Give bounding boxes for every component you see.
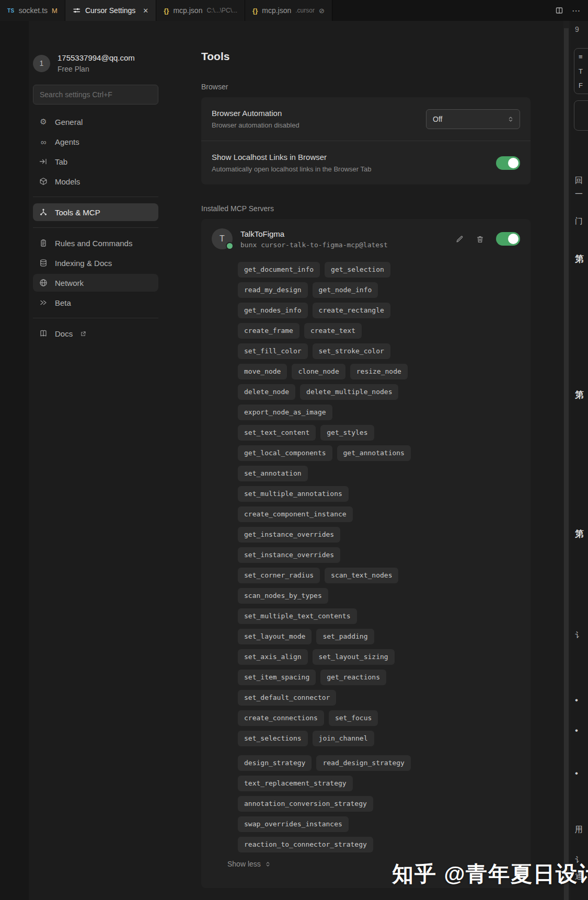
- tool-tag[interactable]: annotation_conversion_strategy: [238, 796, 373, 812]
- editor-tab-bar: TS socket.ts M Cursor Settings ✕ {} mcp.…: [0, 0, 588, 21]
- tool-tag[interactable]: get_selection: [325, 262, 390, 278]
- tool-tag[interactable]: get_reactions: [320, 670, 386, 685]
- tool-tag[interactable]: text_replacement_strategy: [238, 776, 353, 791]
- sidebar-item-tools-mcp[interactable]: Tools & MCP: [33, 203, 158, 221]
- sidebar-item-network[interactable]: Network: [33, 274, 158, 292]
- sidebar-item-docs[interactable]: Docs: [33, 325, 158, 342]
- vertical-scrollbar[interactable]: [563, 21, 569, 900]
- tool-tag-row: set_fill_colorset_stroke_color: [238, 343, 520, 359]
- clipped-text-fragment: •: [575, 768, 578, 779]
- browser-automation-row: Browser Automation Browser automation di…: [201, 97, 531, 141]
- tool-tag[interactable]: create_rectangle: [313, 303, 390, 318]
- tool-tag[interactable]: resize_node: [350, 364, 408, 379]
- right-panel-box: ≡ T F: [574, 48, 588, 94]
- tool-tag[interactable]: get_node_info: [313, 282, 378, 298]
- tool-tag[interactable]: set_annotation: [238, 466, 308, 481]
- sidebar-item-agents[interactable]: ∞ Agents: [33, 133, 158, 151]
- avatar: 1: [33, 55, 50, 72]
- tool-tag[interactable]: join_channel: [313, 731, 374, 746]
- tool-tag[interactable]: create_connections: [238, 710, 324, 726]
- sidebar-item-indexing-docs[interactable]: Indexing & Docs: [33, 254, 158, 272]
- sidebar-item-beta[interactable]: Beta: [33, 294, 158, 311]
- sidebar-item-general[interactable]: ⚙ General: [33, 113, 158, 131]
- tool-tag[interactable]: scan_text_nodes: [325, 568, 398, 583]
- tool-tag[interactable]: create_frame: [238, 323, 299, 339]
- external-link-icon: [80, 330, 87, 337]
- tool-tag[interactable]: create_text: [304, 323, 362, 339]
- tool-tag[interactable]: export_node_as_image: [238, 405, 332, 420]
- tool-tag[interactable]: set_text_content: [238, 425, 316, 441]
- tool-tag-group: get_document_infoget_selectionread_my_de…: [238, 262, 520, 746]
- tool-tag[interactable]: delete_multiple_nodes: [300, 384, 398, 400]
- delete-trash-icon[interactable]: [476, 235, 485, 244]
- tool-tag[interactable]: delete_node: [238, 384, 295, 400]
- divider: [33, 318, 158, 318]
- tool-tag[interactable]: set_default_connector: [238, 690, 336, 706]
- tool-tag[interactable]: set_axis_align: [238, 649, 308, 665]
- tool-tag[interactable]: swap_overrides_instances: [238, 816, 349, 832]
- more-actions-icon[interactable]: ⋯: [572, 6, 581, 16]
- tool-tag[interactable]: design_strategy: [238, 755, 312, 771]
- search-input[interactable]: [33, 85, 158, 105]
- tool-tag[interactable]: move_node: [238, 364, 287, 379]
- tool-tag[interactable]: create_component_instance: [238, 506, 353, 522]
- sidebar-item-models[interactable]: Models: [33, 172, 158, 190]
- cursor-window: TS socket.ts M Cursor Settings ✕ {} mcp.…: [0, 0, 588, 900]
- tool-tag[interactable]: set_multiple_text_contents: [238, 608, 357, 624]
- tool-tag[interactable]: read_design_strategy: [316, 755, 411, 771]
- tool-tag[interactable]: read_my_design: [238, 282, 308, 298]
- close-icon[interactable]: ✕: [143, 7, 148, 15]
- watermark: 知乎 @青年夏日设计师: [392, 860, 588, 889]
- tool-tag[interactable]: get_instance_overrides: [238, 527, 340, 543]
- tool-tag-row: set_default_connector: [238, 690, 520, 706]
- server-command: bunx cursor-talk-to-figma-mcp@latest: [240, 241, 388, 249]
- tool-tag[interactable]: set_multiple_annotations: [238, 486, 349, 502]
- server-enabled-toggle[interactable]: [496, 232, 520, 246]
- tool-tag[interactable]: set_fill_color: [238, 343, 308, 359]
- tab-socket-ts[interactable]: TS socket.ts M: [0, 0, 65, 21]
- tool-tag[interactable]: get_nodes_info: [238, 303, 308, 318]
- account-email: 1755337994@qq.com: [57, 53, 135, 62]
- scrollbar-thumb[interactable]: [564, 28, 569, 900]
- sidebar-item-tab[interactable]: Tab: [33, 153, 158, 170]
- edit-pencil-icon[interactable]: [455, 235, 464, 244]
- clipped-text-fragment: •: [575, 695, 578, 706]
- tool-tag[interactable]: get_styles: [320, 425, 374, 441]
- tool-tag[interactable]: set_instance_overrides: [238, 547, 340, 563]
- localhost-links-toggle[interactable]: [496, 156, 520, 170]
- tab-mcp-json-2[interactable]: {} mcp.json .cursor ⊘: [245, 0, 332, 21]
- tool-tag[interactable]: set_stroke_color: [313, 343, 390, 359]
- tool-tag[interactable]: set_layout_sizing: [313, 649, 395, 665]
- tool-tag[interactable]: clone_node: [292, 364, 345, 379]
- tool-tag[interactable]: set_focus: [329, 710, 378, 726]
- tab-path-detail: C:\...\PC\...: [206, 7, 237, 14]
- tool-tag[interactable]: set_layout_mode: [238, 629, 312, 644]
- tab-mcp-json-1[interactable]: {} mcp.json C:\...\PC\...: [156, 0, 245, 21]
- tool-tag[interactable]: set_item_spacing: [238, 670, 316, 685]
- browser-section-label: Browser: [201, 83, 531, 91]
- clipped-text-fragment: 第: [575, 389, 584, 401]
- split-editor-icon[interactable]: [555, 6, 563, 15]
- server-avatar-initial: T: [220, 234, 225, 244]
- tab-cursor-settings[interactable]: Cursor Settings ✕: [65, 0, 156, 21]
- sidebar-item-rules-commands[interactable]: Rules and Commands: [33, 234, 158, 252]
- tool-tag[interactable]: get_document_info: [238, 262, 320, 278]
- sidebar-item-label: Indexing & Docs: [55, 259, 112, 268]
- show-less-label: Show less: [227, 860, 261, 868]
- tool-tag[interactable]: set_selections: [238, 731, 308, 746]
- setting-title: Show Localhost Links in Browser: [212, 153, 371, 161]
- toggle-knob: [508, 158, 518, 168]
- tool-tag[interactable]: set_padding: [316, 629, 374, 644]
- tool-tag[interactable]: set_corner_radius: [238, 568, 320, 583]
- select-value: Off: [433, 115, 442, 123]
- tool-tag[interactable]: reaction_to_connector_strategy: [238, 837, 373, 852]
- tool-tag[interactable]: scan_nodes_by_types: [238, 588, 328, 604]
- tool-tag-row: move_nodeclone_noderesize_node: [238, 364, 520, 379]
- clipboard-icon: [38, 239, 49, 247]
- tab-arrow-icon: [38, 157, 49, 166]
- tool-tag[interactable]: get_annotations: [337, 445, 411, 461]
- localhost-links-row: Show Localhost Links in Browser Automati…: [201, 141, 531, 184]
- json-braces-icon: {}: [252, 7, 258, 15]
- tool-tag[interactable]: get_local_components: [238, 445, 332, 461]
- browser-automation-select[interactable]: Off: [426, 109, 520, 129]
